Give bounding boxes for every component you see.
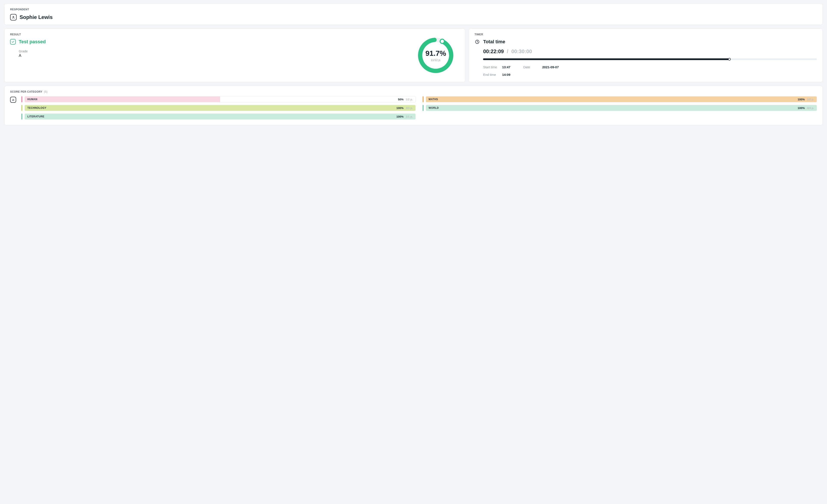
category-row: WORLD100%4/4 p. xyxy=(423,105,817,111)
svg-point-0 xyxy=(13,16,14,17)
category-fill xyxy=(25,105,416,111)
category-percent: 100% xyxy=(798,106,805,110)
result-section-label: RESULT xyxy=(10,33,412,36)
category-bar: LITERATURE100%1/1 p. xyxy=(25,113,416,119)
category-percent: 50% xyxy=(398,98,403,101)
timer-end-label: End time xyxy=(483,73,499,77)
category-values: 50%1/2 p. xyxy=(398,98,413,101)
category-points: 2/2 p. xyxy=(807,98,814,101)
category-values: 100%1/1 p. xyxy=(396,115,413,118)
category-accent xyxy=(21,113,22,119)
category-points: 1/2 p. xyxy=(406,98,413,101)
category-fill xyxy=(426,105,817,111)
result-gauge: 91.7% 11/12 p. xyxy=(416,36,455,75)
timer-title: Total time xyxy=(483,39,505,45)
category-name: LITERATURE xyxy=(27,115,44,118)
category-row: HUMAN50%1/2 p. xyxy=(21,96,416,102)
category-fill xyxy=(25,114,416,119)
category-bar: HUMAN50%1/2 p. xyxy=(25,96,416,102)
person-icon xyxy=(10,14,16,20)
category-fill xyxy=(426,97,817,102)
spc-label-text: SCORE PER CATEGORY xyxy=(10,90,42,93)
gauge-percent: 91.7% xyxy=(425,49,446,57)
spc-section-label: SCORE PER CATEGORY (5) xyxy=(10,90,817,93)
category-accent xyxy=(21,96,22,102)
result-panel: RESULT Test passed Grade A xyxy=(4,29,465,82)
result-status-text: Test passed xyxy=(19,39,46,45)
category-values: 100%2/2 p. xyxy=(798,98,814,101)
check-icon xyxy=(10,39,16,45)
category-name: TECHNOLOGY xyxy=(27,106,47,109)
timer-start-label: Start time xyxy=(483,65,499,69)
timer-section-label: TIMER xyxy=(475,33,817,36)
timer-progress-bar xyxy=(483,58,817,60)
timer-panel: TIMER Total time 00:22:09 / 00:30:00 xyxy=(469,29,823,82)
grade-label: Grade xyxy=(19,49,412,53)
category-bar: MATHS100%2/2 p. xyxy=(426,96,817,102)
category-values: 100%4/4 p. xyxy=(798,106,814,110)
timer-elapsed: 00:22:09 xyxy=(483,48,504,54)
category-accent xyxy=(423,105,424,111)
gauge-points: 11/12 p. xyxy=(431,58,441,62)
category-percent: 100% xyxy=(396,115,403,118)
respondent-section-label: RESPONDENT xyxy=(10,8,817,11)
timer-separator: / xyxy=(507,48,508,54)
timer-start-value: 13:47 xyxy=(502,65,510,69)
category-fill xyxy=(25,97,220,102)
category-name: MATHS xyxy=(429,98,438,101)
category-percent: 100% xyxy=(396,106,403,110)
category-percent: 100% xyxy=(798,98,805,101)
clock-icon xyxy=(475,39,480,45)
category-values: 100%3/3 p. xyxy=(396,106,413,110)
timer-start-row: Start time 13:47 xyxy=(483,65,510,69)
category-bar: TECHNOLOGY100%3/3 p. xyxy=(25,105,416,111)
timer-end-value: 14:09 xyxy=(502,73,510,77)
timer-end-row: End time 14:09 xyxy=(483,73,817,77)
category-points: 4/4 p. xyxy=(807,106,814,110)
respondent-panel: RESPONDENT Sophie Lewis xyxy=(4,3,823,25)
category-accent xyxy=(21,105,22,111)
category-bar: WORLD100%4/4 p. xyxy=(426,105,817,111)
category-row: LITERATURE100%1/1 p. xyxy=(21,113,416,119)
timer-date-row: Date 2021-09-07 xyxy=(523,65,559,69)
timer-max: 00:30:00 xyxy=(511,48,532,54)
grade-value: A xyxy=(19,53,412,58)
spc-count: (5) xyxy=(44,90,47,93)
category-points: 1/1 p. xyxy=(406,115,413,118)
category-row: TECHNOLOGY100%3/3 p. xyxy=(21,105,416,111)
category-name: WORLD xyxy=(429,106,439,109)
timer-date-label: Date xyxy=(523,65,539,69)
respondent-name: Sophie Lewis xyxy=(19,14,53,20)
timer-date-value: 2021-09-07 xyxy=(542,65,559,69)
score-per-category-panel: SCORE PER CATEGORY (5) HUMAN50%1/2 p.TEC… xyxy=(4,86,823,125)
category-accent xyxy=(423,96,424,102)
category-points: 3/3 p. xyxy=(406,106,413,110)
bar-chart-icon xyxy=(10,97,16,103)
category-name: HUMAN xyxy=(27,98,38,101)
category-row: MATHS100%2/2 p. xyxy=(423,96,817,102)
